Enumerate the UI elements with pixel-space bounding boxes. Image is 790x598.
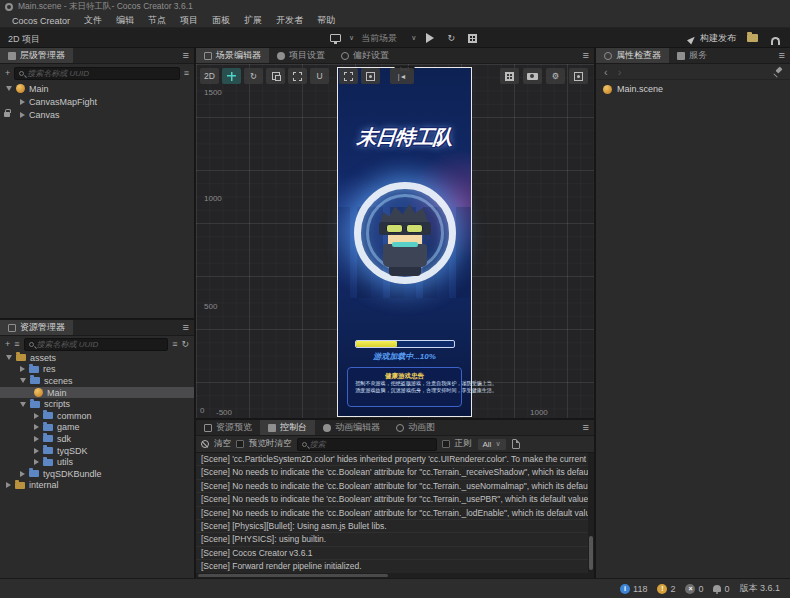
log-line[interactable]: [Scene] No needs to indicate the 'cc.Boo… bbox=[196, 466, 588, 479]
clear-console-label[interactable]: 清空 bbox=[214, 438, 231, 450]
inspector-menu-icon[interactable]: ≡ bbox=[779, 49, 785, 61]
tab-project-settings[interactable]: 项目设置 bbox=[269, 48, 333, 63]
asset-folder-common[interactable]: common bbox=[0, 410, 194, 422]
expander-open-icon[interactable] bbox=[20, 402, 26, 407]
expander-closed-icon[interactable] bbox=[20, 366, 25, 372]
log-line[interactable]: [Scene] [Physics][Bullet]: Using asm.js … bbox=[196, 520, 588, 533]
asset-folder-utils[interactable]: utils bbox=[0, 456, 194, 468]
play-button[interactable] bbox=[423, 31, 437, 45]
menu-cocos-creator[interactable]: Cocos Creator bbox=[5, 16, 77, 26]
history-back-button[interactable]: ‹ bbox=[604, 66, 608, 78]
tab-inspector[interactable]: 属性检查器 bbox=[596, 48, 669, 63]
scale-tool-button[interactable] bbox=[266, 68, 285, 84]
asset-folder-assets[interactable]: assets bbox=[0, 352, 194, 364]
console-menu-icon[interactable]: ≡ bbox=[583, 421, 589, 433]
log-line[interactable]: [Scene] No needs to indicate the 'cc.Boo… bbox=[196, 507, 588, 520]
asset-folder-scripts[interactable]: scripts bbox=[0, 398, 194, 410]
tab-hierarchy[interactable]: 层级管理器 bbox=[0, 48, 73, 63]
regex-checkbox[interactable] bbox=[442, 440, 450, 448]
hierarchy-search[interactable] bbox=[14, 67, 179, 80]
warning-count-badge[interactable]: ! 2 bbox=[657, 584, 675, 594]
scene-capture-button[interactable] bbox=[569, 68, 588, 84]
asset-scene-main[interactable]: Main bbox=[0, 387, 194, 399]
create-node-button[interactable]: + bbox=[5, 68, 10, 78]
expand-preview-button[interactable] bbox=[465, 31, 479, 45]
menu-project[interactable]: 项目 bbox=[173, 14, 205, 27]
support-button[interactable] bbox=[768, 31, 782, 45]
hierarchy-filter-button[interactable]: ≡ bbox=[184, 68, 189, 78]
hierarchy-node-canvas[interactable]: Canvas bbox=[0, 108, 194, 121]
log-line[interactable]: [Scene] [PHYSICS]: using builtin. bbox=[196, 533, 588, 546]
open-project-folder-button[interactable] bbox=[745, 31, 759, 45]
log-line[interactable]: [Scene] Forward render pipeline initiali… bbox=[196, 560, 588, 573]
hierarchy-node-canvasmapfight[interactable]: CanvasMapFight bbox=[0, 95, 194, 108]
build-button[interactable]: 构建发布 bbox=[690, 31, 736, 45]
menu-file[interactable]: 文件 bbox=[77, 14, 109, 27]
scene-menu-icon[interactable]: ≡ bbox=[583, 49, 589, 61]
asset-folder-scenes[interactable]: scenes bbox=[0, 375, 194, 387]
assets-search[interactable] bbox=[24, 338, 169, 351]
clear-on-preview-checkbox[interactable] bbox=[236, 440, 244, 448]
expander-closed-icon[interactable] bbox=[34, 448, 39, 454]
asset-folder-tyqsdk[interactable]: tyqSDK bbox=[0, 445, 194, 457]
scene-camera-button[interactable] bbox=[523, 68, 542, 84]
expander-open-icon[interactable] bbox=[6, 355, 12, 360]
log-line[interactable]: [Scene] 'cc.ParticleSystem2D.color' hide… bbox=[196, 453, 588, 466]
tab-assets[interactable]: 资源管理器 bbox=[0, 320, 73, 335]
menu-extension[interactable]: 扩展 bbox=[237, 14, 269, 27]
hierarchy-node-main[interactable]: Main bbox=[0, 82, 194, 95]
inspector-selected-item[interactable]: Main.scene bbox=[596, 80, 790, 98]
log-line[interactable]: [Scene] Cocos Creator v3.6.1 bbox=[196, 547, 588, 560]
asset-folder-res[interactable]: res bbox=[0, 364, 194, 376]
hierarchy-menu-icon[interactable]: ≡ bbox=[183, 49, 189, 61]
console-search-input[interactable] bbox=[310, 440, 432, 449]
gizmo-handle-button[interactable]: |◄ bbox=[390, 68, 414, 84]
assets-refresh-button[interactable]: ↻ bbox=[181, 339, 189, 349]
menu-help[interactable]: 帮助 bbox=[310, 14, 342, 27]
info-count-badge[interactable]: i 118 bbox=[620, 584, 647, 594]
scene-select-dropdown[interactable]: 当前场景 ∨ bbox=[361, 32, 416, 45]
expander-closed-icon[interactable] bbox=[20, 471, 25, 477]
rotate-tool-button[interactable]: ↻ bbox=[244, 68, 263, 84]
rect-tool-button[interactable] bbox=[288, 68, 307, 84]
notification-badge[interactable]: 0 bbox=[713, 584, 729, 594]
pin-icon[interactable] bbox=[773, 67, 782, 76]
hierarchy-search-input[interactable] bbox=[27, 69, 174, 78]
console-vertical-scrollbar[interactable] bbox=[589, 536, 593, 570]
asset-folder-sdk[interactable]: sdk bbox=[0, 433, 194, 445]
menu-developer[interactable]: 开发者 bbox=[269, 14, 310, 27]
tab-animation-graph[interactable]: 动画图 bbox=[388, 420, 443, 435]
tab-preferences[interactable]: 偏好设置 bbox=[333, 48, 397, 63]
scene-viewport[interactable]: 2D ↻ U |◄ ⚙ 1500 1000 500 bbox=[196, 64, 594, 418]
log-line[interactable]: [Scene] No needs to indicate the 'cc.Boo… bbox=[196, 480, 588, 493]
tab-services[interactable]: 服务 bbox=[669, 48, 715, 63]
error-count-badge[interactable]: × 0 bbox=[685, 584, 703, 594]
expander-closed-icon[interactable] bbox=[6, 482, 11, 488]
lock-icon[interactable] bbox=[4, 112, 10, 117]
log-line[interactable]: [Scene] No needs to indicate the 'cc.Boo… bbox=[196, 493, 588, 506]
snap-toggle-button[interactable] bbox=[361, 68, 380, 84]
gizmo-space-button[interactable]: U bbox=[310, 68, 329, 84]
expander-closed-icon[interactable] bbox=[34, 413, 39, 419]
view-2d-toggle[interactable]: 2D bbox=[200, 68, 219, 84]
tab-asset-preview[interactable]: 资源预览 bbox=[196, 420, 260, 435]
asset-folder-game[interactable]: game bbox=[0, 422, 194, 434]
expander-open-icon[interactable] bbox=[6, 86, 12, 91]
log-level-filter[interactable]: All ∨ bbox=[477, 438, 507, 451]
assets-search-input[interactable] bbox=[37, 340, 164, 349]
expander-closed-icon[interactable] bbox=[34, 459, 39, 465]
menu-edit[interactable]: 编辑 bbox=[109, 14, 141, 27]
scene-gear-button[interactable]: ⚙ bbox=[546, 68, 565, 84]
tab-scene-editor[interactable]: 场景编辑器 bbox=[196, 48, 269, 63]
open-log-file-icon[interactable] bbox=[512, 439, 520, 449]
history-forward-button[interactable]: › bbox=[618, 66, 622, 78]
assets-menu-icon[interactable]: ≡ bbox=[183, 321, 189, 333]
clear-console-icon[interactable] bbox=[201, 440, 209, 448]
create-asset-button[interactable]: + bbox=[5, 339, 10, 349]
expander-closed-icon[interactable] bbox=[34, 436, 39, 442]
console-horizontal-scrollbar[interactable] bbox=[198, 574, 388, 577]
tab-console[interactable]: 控制台 bbox=[260, 420, 315, 435]
console-search[interactable] bbox=[297, 438, 437, 451]
tab-animation-editor[interactable]: 动画编辑器 bbox=[315, 420, 388, 435]
device-chevron-icon[interactable]: ∨ bbox=[349, 34, 354, 42]
